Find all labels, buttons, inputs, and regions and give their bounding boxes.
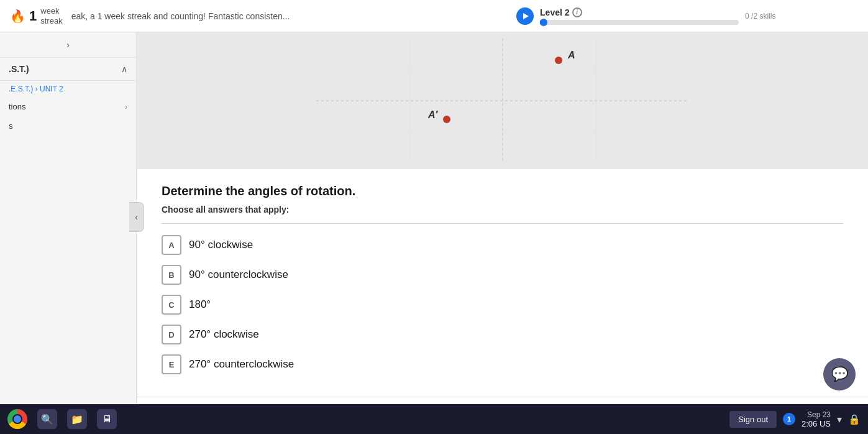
info-icon[interactable]: i bbox=[572, 7, 582, 17]
level-info: Level 2 i bbox=[540, 7, 739, 25]
lock-icon: 🔒 bbox=[848, 413, 861, 425]
option-a[interactable]: A 90° clockwise bbox=[162, 235, 843, 255]
svg-point-7 bbox=[555, 57, 562, 64]
option-a-text: 90° clockwise bbox=[189, 239, 253, 251]
svg-point-9 bbox=[443, 116, 450, 123]
level-progress-bar bbox=[540, 20, 739, 25]
question-subtitle: Choose all answers that apply: bbox=[162, 205, 843, 215]
sidebar-item-s[interactable]: s bbox=[0, 116, 136, 136]
question-area: Determine the angles of rotation. Choose… bbox=[137, 169, 868, 397]
diagram-area: A A′ bbox=[137, 32, 868, 169]
unit-path: .E.S.T.) › UNIT 2 bbox=[0, 81, 136, 97]
sidebar-item-label-s: s bbox=[9, 121, 13, 131]
option-d-badge: D bbox=[162, 325, 181, 344]
option-e-text: 270° counterclockwise bbox=[189, 358, 294, 371]
streak-message: eak, a 1 week streak and counting! Fanta… bbox=[71, 11, 290, 21]
option-e[interactable]: E 270° counterclockwise bbox=[162, 354, 843, 374]
wifi-icon: ▾ bbox=[837, 413, 842, 425]
streak-section: 🔥 1 week streak eak, a 1 week streak and… bbox=[10, 6, 434, 25]
sidebar-item-rotations[interactable]: tions › bbox=[0, 97, 136, 116]
chevron-left-icon: ‹ bbox=[135, 212, 138, 222]
streak-label: week streak bbox=[40, 6, 62, 25]
sign-out-button[interactable]: Sign out bbox=[729, 411, 777, 428]
sidebar: › .S.T.) ∧ .E.S.T.) › UNIT 2 tions › s b… bbox=[0, 32, 137, 434]
sidebar-toggle-button[interactable]: ‹ bbox=[129, 202, 144, 232]
skills-label: 0 /2 skills bbox=[745, 12, 775, 21]
chrome-icon[interactable] bbox=[7, 409, 27, 429]
chat-icon: 💬 bbox=[831, 366, 848, 382]
chevron-icon: › bbox=[66, 40, 70, 50]
option-c-text: 180° bbox=[189, 298, 211, 311]
sidebar-section[interactable]: .S.T.) ∧ bbox=[0, 58, 136, 81]
top-bar: 🔥 1 week streak eak, a 1 week streak and… bbox=[0, 0, 868, 32]
sidebar-collapse-button[interactable]: › bbox=[0, 32, 136, 58]
taskbar-icon-3[interactable]: 🖥 bbox=[97, 409, 117, 429]
option-a-badge: A bbox=[162, 235, 181, 255]
option-d-text: 270° clockwise bbox=[189, 328, 259, 341]
taskbar-icon-1[interactable]: 🔍 bbox=[37, 409, 57, 429]
option-b[interactable]: B 90° counterclockwise bbox=[162, 265, 843, 285]
arrow-right-icon: › bbox=[125, 103, 127, 111]
play-button[interactable] bbox=[516, 7, 534, 25]
content-area: A A′ Determine the angles of rotation. C… bbox=[137, 32, 868, 434]
diagram-svg: A A′ bbox=[316, 39, 689, 163]
taskbar: 🔍 📁 🖥 Sign out 1 Sep 23 2:06 US ▾ 🔒 bbox=[0, 404, 868, 434]
taskbar-right: Sign out 1 Sep 23 2:06 US ▾ 🔒 bbox=[729, 410, 861, 428]
notification-badge: 1 bbox=[783, 413, 795, 425]
svg-text:A: A bbox=[567, 50, 575, 60]
option-b-badge: B bbox=[162, 265, 181, 285]
level-progress-dot bbox=[540, 19, 547, 26]
flame-icon: 🔥 bbox=[10, 9, 25, 24]
sidebar-item-label: tions bbox=[9, 102, 25, 111]
option-d[interactable]: D 270° clockwise bbox=[162, 325, 843, 344]
option-b-text: 90° counterclockwise bbox=[189, 269, 288, 281]
taskbar-datetime: Sep 23 2:06 US bbox=[802, 410, 831, 428]
main-layout: › .S.T.) ∧ .E.S.T.) › UNIT 2 tions › s b… bbox=[0, 32, 868, 434]
chat-bubble[interactable]: 💬 bbox=[823, 358, 856, 390]
option-c-badge: C bbox=[162, 295, 181, 315]
level-title: Level 2 i bbox=[540, 7, 739, 17]
taskbar-icon-2[interactable]: 📁 bbox=[67, 409, 87, 429]
level-section: Level 2 i 0 /2 skills bbox=[434, 7, 859, 25]
question-title: Determine the angles of rotation. bbox=[162, 184, 843, 198]
divider bbox=[162, 223, 843, 224]
taskbar-time: 2:06 US bbox=[802, 419, 831, 428]
option-c[interactable]: C 180° bbox=[162, 295, 843, 315]
taskbar-date: Sep 23 bbox=[807, 410, 831, 419]
sidebar-section-label: .S.T.) bbox=[9, 64, 29, 74]
option-e-badge: E bbox=[162, 354, 181, 374]
streak-number: 1 bbox=[29, 8, 37, 24]
chevron-up-icon: ∧ bbox=[121, 64, 127, 74]
svg-text:A′: A′ bbox=[427, 109, 439, 120]
answer-options: A 90° clockwise B 90° counterclockwise C… bbox=[162, 235, 843, 374]
